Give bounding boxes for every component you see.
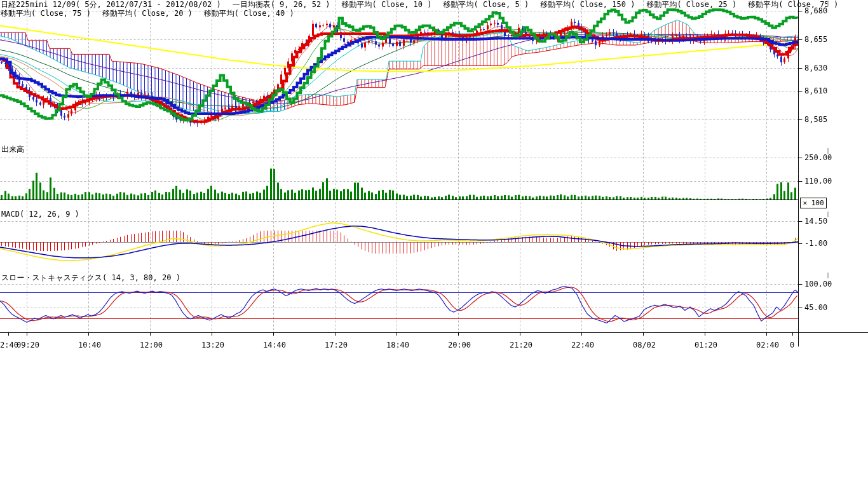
volume-multiplier-badge: × 100 <box>800 198 827 208</box>
x-axis-label: 17:20 <box>323 341 349 349</box>
y-axis-label: 100.00 <box>804 280 832 288</box>
x-axis-label: 0 <box>790 341 794 349</box>
y-axis-label: 8,585 <box>804 115 827 124</box>
panel-scroll-mark <box>827 273 829 278</box>
x-axis-label: 08/02 <box>632 341 657 349</box>
y-axis-label: 8,610 <box>804 86 827 95</box>
indicator-label: 移動平均( Close, 20 ) <box>102 10 193 18</box>
x-axis-label: 20:00 <box>447 341 472 349</box>
x-axis-label: 22:40 <box>570 341 595 349</box>
x-axis-label: 18:40 <box>385 341 410 349</box>
indicator-label: 移動平均( Close, 25 ) <box>646 1 736 9</box>
y-axis-label: 8,680 <box>804 6 827 15</box>
chart-app-window: 日経225mini 12/09( 5分, 2012/07/31 - 2012/0… <box>0 0 868 488</box>
y-axis-label: 8,630 <box>804 64 827 72</box>
y-axis-label: 250.00 <box>804 153 832 162</box>
indicator-label: 一目均衡表( 9, 26, 52 ) <box>233 1 330 9</box>
macd-panel-label: MACD( 12, 26, 9 ) <box>1 210 79 219</box>
y-axis-label: 45.00 <box>804 303 827 312</box>
header-indicator-row-1: 日経225mini 12/09( 5分, 2012/07/31 - 2012/0… <box>1 1 838 9</box>
y-axis-label: -1.00 <box>804 239 827 248</box>
x-axis-label: 14:40 <box>262 341 287 349</box>
stochastics-panel-label: スロー・ストキャスティクス( 14, 3, 80, 20 ) <box>1 273 180 283</box>
panel-scroll-mark <box>827 148 829 154</box>
x-axis-label: 21:20 <box>508 341 534 349</box>
indicator-label: 日経225mini 12/09( 5分, 2012/07/31 - 2012/0… <box>1 1 221 9</box>
indicator-label: 移動平均( Close, 5 ) <box>444 1 529 9</box>
x-axis-label: 02:40 <box>755 341 780 349</box>
x-axis-label: 13:20 <box>200 341 226 349</box>
indicator-label: 移動平均( Close, 40 ) <box>204 10 294 18</box>
panel-scroll-mark <box>827 1 829 6</box>
y-axis-label: 8,655 <box>804 35 827 44</box>
y-axis-label: 110.00 <box>804 177 832 186</box>
indicator-label: 移動平均( Close, 10 ) <box>342 1 432 9</box>
x-axis-label: 01:20 <box>693 341 719 349</box>
x-axis-label: 12:00 <box>139 341 164 349</box>
volume-panel-label: 出来高 <box>1 144 24 155</box>
chart-canvas[interactable] <box>0 0 868 488</box>
x-axis-label: 09:20 <box>15 341 41 349</box>
header-indicator-row-2: 移動平均( Close, 75 )移動平均( Close, 20 )移動平均( … <box>1 10 294 18</box>
indicator-label: 移動平均( Close, 150 ) <box>540 1 635 9</box>
panel-scroll-mark <box>827 212 829 217</box>
x-axis-label: 10:40 <box>77 341 102 349</box>
y-axis-label: 14.50 <box>804 217 827 226</box>
indicator-label: 移動平均( Close, 75 ) <box>1 10 91 18</box>
